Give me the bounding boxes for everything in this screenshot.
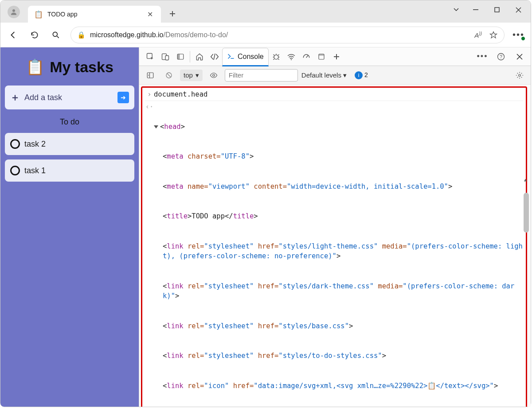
performance-tab-button[interactable] xyxy=(299,50,314,64)
window-controls xyxy=(448,3,528,16)
task-label: task 2 xyxy=(24,140,46,149)
task-label: task 1 xyxy=(24,166,46,175)
task-item[interactable]: task 2 xyxy=(5,133,134,155)
eye-icon xyxy=(210,71,218,79)
console-settings-button[interactable] xyxy=(512,68,527,82)
submit-task-button[interactable]: ➜ xyxy=(117,92,129,103)
task-item[interactable]: task 1 xyxy=(5,159,134,182)
close-icon xyxy=(516,54,523,60)
svg-point-17 xyxy=(213,74,215,76)
elements-tab-button[interactable] xyxy=(207,50,222,64)
chevron-down-icon xyxy=(453,7,459,13)
sidebar-icon xyxy=(146,71,154,79)
plus-icon xyxy=(333,53,340,60)
person-icon xyxy=(10,8,18,16)
inspect-element-button[interactable] xyxy=(143,50,158,64)
add-task-placeholder: Add a task xyxy=(24,93,113,102)
search-icon xyxy=(51,31,60,39)
section-heading-todo: To do xyxy=(5,117,134,127)
browser-window: 📋 TODO app ✕ 🔒 microsoftedge.github.io/D… xyxy=(0,0,531,407)
browser-tab[interactable]: 📋 TODO app ✕ xyxy=(28,6,161,23)
svg-point-10 xyxy=(291,59,292,60)
activity-bar-button[interactable] xyxy=(173,50,188,64)
network-tab-button[interactable] xyxy=(284,50,299,64)
profile-avatar[interactable] xyxy=(8,6,20,18)
issues-count-badge: i xyxy=(355,71,363,79)
minimize-button[interactable] xyxy=(466,3,485,16)
devtools-help-button[interactable]: ? xyxy=(493,50,509,64)
devtools-more-button[interactable]: ••• xyxy=(475,50,490,64)
settings-menu-button[interactable]: ••• xyxy=(512,30,524,40)
console-output: ›document.head ‹· <head> <meta charset="… xyxy=(139,85,531,407)
clear-console-button[interactable] xyxy=(161,68,176,82)
application-tab-button[interactable] xyxy=(314,50,329,64)
tab-favicon-icon: 📋 xyxy=(34,10,43,19)
maximize-button[interactable] xyxy=(487,3,507,16)
app-icon xyxy=(317,53,325,61)
sources-tab-button[interactable] xyxy=(269,50,284,64)
new-tab-button[interactable] xyxy=(166,8,179,20)
vertical-scrollbar[interactable]: ▲ xyxy=(524,175,530,406)
plus-icon xyxy=(169,10,176,17)
svg-rect-8 xyxy=(177,54,180,59)
task-radio[interactable] xyxy=(10,139,20,149)
console-input: document.head xyxy=(154,89,207,100)
inspect-icon xyxy=(146,52,155,61)
read-aloud-button[interactable]: A)) xyxy=(474,31,482,39)
more-tabs-button[interactable] xyxy=(329,50,344,64)
svg-rect-12 xyxy=(319,54,324,56)
content-area: 📋 My tasks ＋ Add a task ➜ To do task 2ta… xyxy=(0,47,531,407)
search-button[interactable] xyxy=(49,28,63,42)
svg-text:?: ? xyxy=(500,54,502,59)
plus-icon: ＋ xyxy=(10,91,20,104)
devices-icon xyxy=(161,52,170,61)
lock-icon: 🔒 xyxy=(77,31,86,39)
refresh-button[interactable] xyxy=(28,28,41,42)
url-input[interactable]: 🔒 microsoftedge.github.io/Demos/demo-to-… xyxy=(70,27,505,43)
welcome-tab-button[interactable] xyxy=(192,50,207,64)
device-emulation-button[interactable] xyxy=(158,50,173,64)
tab-actions-button[interactable] xyxy=(448,3,464,16)
panel-icon xyxy=(176,53,184,61)
performance-icon xyxy=(302,52,311,61)
log-levels-selector[interactable]: Default levels ▾ xyxy=(301,71,347,79)
code-icon xyxy=(210,53,219,61)
back-button[interactable] xyxy=(7,28,20,42)
live-expression-button[interactable] xyxy=(206,68,221,82)
url-host: microsoftedge.github.io xyxy=(90,31,163,39)
svg-point-3 xyxy=(53,32,57,36)
title-bar: 📋 TODO app ✕ xyxy=(0,0,531,23)
scrollbar-thumb[interactable] xyxy=(524,193,529,233)
console-tab-label: Console xyxy=(238,53,264,61)
app-header: 📋 My tasks xyxy=(5,58,134,76)
svg-rect-2 xyxy=(495,8,499,12)
task-radio[interactable] xyxy=(10,166,20,175)
gear-icon xyxy=(516,71,524,79)
context-label: top xyxy=(184,71,193,79)
issues-button[interactable]: i2 xyxy=(355,71,368,79)
clipboard-icon: 📋 xyxy=(26,58,44,76)
refresh-icon xyxy=(30,31,39,39)
clear-icon xyxy=(165,71,173,79)
console-block-1: ›document.head ‹· <head> <meta charset="… xyxy=(141,86,527,407)
svg-rect-1 xyxy=(473,9,478,10)
console-tab[interactable]: Console xyxy=(222,48,269,66)
expand-toggle[interactable] xyxy=(154,125,158,128)
console-icon xyxy=(227,53,235,61)
input-chevron-icon: › xyxy=(145,89,154,100)
devtools-toolbar: Console ••• ? xyxy=(139,47,531,66)
wifi-icon xyxy=(287,52,296,61)
chevron-down-icon: ▾ xyxy=(196,71,199,79)
add-task-input[interactable]: ＋ Add a task ➜ xyxy=(5,85,134,109)
star-icon xyxy=(489,31,498,39)
address-bar: 🔒 microsoftedge.github.io/Demos/demo-to-… xyxy=(0,23,531,47)
console-sidebar-toggle[interactable] xyxy=(143,68,158,82)
favorite-button[interactable] xyxy=(489,31,498,39)
devtools-close-button[interactable] xyxy=(512,50,527,64)
output-chevron-icon: ‹· xyxy=(145,102,154,112)
console-filter-input[interactable] xyxy=(225,69,298,82)
execution-context-selector[interactable]: top ▾ xyxy=(180,70,203,81)
close-tab-button[interactable]: ✕ xyxy=(145,9,155,19)
close-window-button[interactable] xyxy=(509,3,528,16)
svg-point-18 xyxy=(519,74,521,76)
